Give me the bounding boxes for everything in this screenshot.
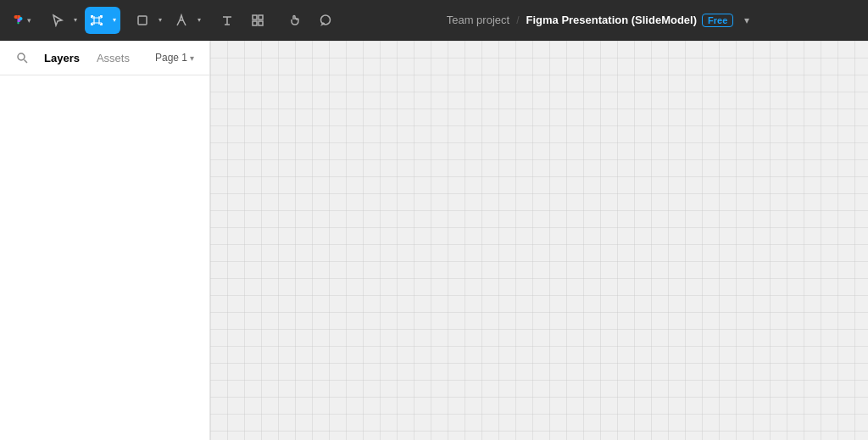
page-selector-chevron: ▾ <box>190 53 194 63</box>
cursor-icon <box>51 14 64 27</box>
hand-icon <box>288 14 302 27</box>
sidebar-search-button[interactable] <box>10 46 34 70</box>
frame-icon <box>90 14 103 27</box>
sidebar-tabs-bar: Layers Assets Page 1 ▾ <box>0 41 209 75</box>
free-badge[interactable]: Free <box>702 14 733 27</box>
page-selector-label: Page 1 <box>155 52 187 64</box>
figma-logo-icon <box>13 14 26 27</box>
breadcrumb-separator: / <box>516 14 519 26</box>
svg-point-6 <box>18 53 25 60</box>
project-name[interactable]: Figma Presentation (SlideModel) <box>526 14 697 26</box>
shape-tool-dropdown[interactable]: ▾ <box>154 7 166 34</box>
component-tool-button[interactable] <box>244 7 271 34</box>
frame-tool-button[interactable] <box>85 7 108 34</box>
page-selector-button[interactable]: Page 1 ▾ <box>150 49 199 66</box>
layers-panel <box>0 75 209 440</box>
svg-line-7 <box>25 60 28 64</box>
shape-icon <box>136 14 149 27</box>
pen-tool-dropdown[interactable]: ▾ <box>193 7 205 34</box>
hand-tool-button[interactable] <box>281 7 309 34</box>
toolbar: ▾ ▾ ▾ ▾ <box>0 0 868 41</box>
select-tool-group[interactable]: ▾ <box>46 7 81 34</box>
breadcrumb-area: Team project / Figma Presentation (Slide… <box>342 12 860 29</box>
svg-rect-3 <box>253 21 257 25</box>
project-dropdown-button[interactable]: ▾ <box>738 12 755 29</box>
pen-tool-group[interactable]: ▾ <box>170 7 205 34</box>
shape-tool-button[interactable] <box>131 7 154 34</box>
search-icon <box>16 52 28 64</box>
frame-tool-dropdown[interactable]: ▾ <box>108 7 120 34</box>
text-tool-button[interactable] <box>214 7 241 34</box>
figma-menu-button[interactable]: ▾ <box>8 7 36 34</box>
sidebar: Layers Assets Page 1 ▾ <box>0 41 210 440</box>
component-icon <box>251 14 264 27</box>
team-name[interactable]: Team project <box>447 14 509 26</box>
select-tool-button[interactable] <box>46 7 70 34</box>
svg-rect-4 <box>259 21 263 25</box>
svg-rect-2 <box>259 15 263 19</box>
comment-tool-button[interactable] <box>312 7 339 34</box>
shape-tool-group[interactable]: ▾ <box>131 7 166 34</box>
frame-tool-group[interactable]: ▾ <box>85 7 120 34</box>
svg-rect-1 <box>253 15 257 19</box>
svg-rect-0 <box>138 16 147 25</box>
canvas-area[interactable] <box>210 41 868 440</box>
tab-layers[interactable]: Layers <box>37 48 86 68</box>
tab-assets[interactable]: Assets <box>90 48 136 68</box>
comment-icon <box>319 14 332 27</box>
text-icon <box>220 14 234 27</box>
select-tool-dropdown[interactable]: ▾ <box>70 7 81 34</box>
figma-menu-chevron: ▾ <box>27 16 31 25</box>
pen-tool-button[interactable] <box>170 7 193 34</box>
pen-icon <box>175 14 188 27</box>
